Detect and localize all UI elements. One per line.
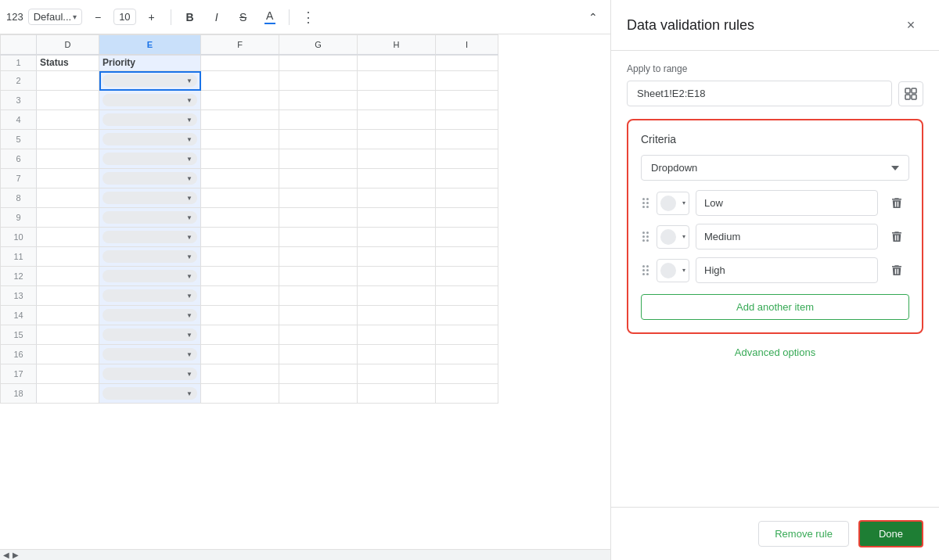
cell-I4[interactable] <box>436 110 498 130</box>
cell-G5[interactable] <box>279 130 358 149</box>
criteria-type-select[interactable]: Dropdown <box>641 155 909 181</box>
remove-rule-button[interactable]: Remove rule <box>758 521 849 547</box>
cell-I11[interactable] <box>436 247 498 267</box>
cell-G15[interactable] <box>279 325 358 345</box>
cell-H5[interactable] <box>358 130 436 149</box>
drag-handle-3[interactable] <box>641 264 650 277</box>
cell-F17[interactable] <box>201 364 279 384</box>
item-input-2[interactable] <box>696 224 878 249</box>
add-another-item-button[interactable]: Add another item <box>641 294 909 320</box>
item-input-3[interactable] <box>696 257 878 283</box>
cell-F18[interactable] <box>201 384 279 404</box>
cell-D12[interactable] <box>37 267 99 286</box>
col-header-H[interactable]: H <box>358 35 436 55</box>
cell-H9[interactable] <box>358 208 436 228</box>
cell-G1[interactable] <box>279 55 358 71</box>
cell-E17[interactable]: ▼ <box>99 364 201 384</box>
font-size-decrease-button[interactable]: − <box>87 6 109 28</box>
cell-D11[interactable] <box>37 247 99 267</box>
font-size-increase-button[interactable]: + <box>141 6 163 28</box>
cell-H13[interactable] <box>358 286 436 306</box>
cell-H7[interactable] <box>358 169 436 188</box>
cell-H8[interactable] <box>358 188 436 208</box>
more-options-button[interactable]: ⋮ <box>297 6 319 28</box>
cell-D6[interactable] <box>37 149 99 169</box>
cell-D3[interactable] <box>37 91 99 110</box>
cell-H14[interactable] <box>358 306 436 325</box>
cell-D13[interactable] <box>37 286 99 306</box>
cell-G7[interactable] <box>279 169 358 188</box>
cell-F2[interactable] <box>201 71 279 91</box>
scroll-right-icon[interactable]: ▶ <box>13 551 19 559</box>
cell-E13[interactable]: ▼ <box>99 286 201 306</box>
cell-F13[interactable] <box>201 286 279 306</box>
cell-H6[interactable] <box>358 149 436 169</box>
item-input-1[interactable] <box>696 190 878 216</box>
cell-G8[interactable] <box>279 188 358 208</box>
cell-F3[interactable] <box>201 91 279 110</box>
cell-G2[interactable] <box>279 71 358 91</box>
strikethrough-button[interactable]: S <box>232 6 254 28</box>
cell-H3[interactable] <box>358 91 436 110</box>
cell-F14[interactable] <box>201 306 279 325</box>
col-header-E[interactable]: E <box>99 35 201 55</box>
cell-E6[interactable]: ▼ <box>99 149 201 169</box>
cell-D16[interactable] <box>37 345 99 364</box>
scroll-left-icon[interactable]: ◀ <box>3 551 9 559</box>
cell-F8[interactable] <box>201 188 279 208</box>
cell-E16[interactable]: ▼ <box>99 345 201 364</box>
cell-D8[interactable] <box>37 188 99 208</box>
cell-I12[interactable] <box>436 267 498 286</box>
cell-E4[interactable]: ▼ <box>99 110 201 130</box>
color-picker-1[interactable]: ▾ <box>657 192 689 215</box>
cell-I15[interactable] <box>436 325 498 345</box>
cell-I7[interactable] <box>436 169 498 188</box>
delete-item-2-button[interactable] <box>884 224 909 249</box>
range-input[interactable] <box>627 81 892 106</box>
cell-E3[interactable]: ▼ <box>99 91 201 110</box>
cell-G14[interactable] <box>279 306 358 325</box>
drag-handle-2[interactable] <box>641 230 650 243</box>
cell-H11[interactable] <box>358 247 436 267</box>
cell-G10[interactable] <box>279 228 358 247</box>
cell-E8[interactable]: ▼ <box>99 188 201 208</box>
cell-G9[interactable] <box>279 208 358 228</box>
col-header-D[interactable]: D <box>37 35 99 55</box>
cell-G3[interactable] <box>279 91 358 110</box>
col-header-I[interactable]: I <box>436 35 498 55</box>
cell-E11[interactable]: ▼ <box>99 247 201 267</box>
col-header-G[interactable]: G <box>279 35 358 55</box>
cell-I9[interactable] <box>436 208 498 228</box>
drag-handle-1[interactable] <box>641 196 650 210</box>
cell-G16[interactable] <box>279 345 358 364</box>
cell-G6[interactable] <box>279 149 358 169</box>
cell-I18[interactable] <box>436 384 498 404</box>
close-button[interactable]: × <box>898 13 923 38</box>
color-picker-2[interactable]: ▾ <box>657 225 689 249</box>
cell-E12[interactable]: ▼ <box>99 267 201 286</box>
cell-D9[interactable] <box>37 208 99 228</box>
cell-I8[interactable] <box>436 188 498 208</box>
cell-E1[interactable]: Priority <box>99 55 201 71</box>
color-picker-3[interactable]: ▾ <box>657 259 689 282</box>
cell-D18[interactable] <box>37 384 99 404</box>
cell-F15[interactable] <box>201 325 279 345</box>
italic-button[interactable]: I <box>206 6 228 28</box>
cell-F12[interactable] <box>201 267 279 286</box>
cell-F9[interactable] <box>201 208 279 228</box>
cell-D17[interactable] <box>37 364 99 384</box>
cell-F16[interactable] <box>201 345 279 364</box>
cell-F5[interactable] <box>201 130 279 149</box>
cell-E5[interactable]: ▼ <box>99 130 201 149</box>
cell-I2[interactable] <box>436 71 498 91</box>
cell-I10[interactable] <box>436 228 498 247</box>
cell-E9[interactable]: ▼ <box>99 208 201 228</box>
cell-F7[interactable] <box>201 169 279 188</box>
cell-F6[interactable] <box>201 149 279 169</box>
cell-D10[interactable] <box>37 228 99 247</box>
cell-E15[interactable]: ▼ <box>99 325 201 345</box>
cell-H12[interactable] <box>358 267 436 286</box>
cell-H4[interactable] <box>358 110 436 130</box>
cell-G12[interactable] <box>279 267 358 286</box>
cell-H1[interactable] <box>358 55 436 71</box>
